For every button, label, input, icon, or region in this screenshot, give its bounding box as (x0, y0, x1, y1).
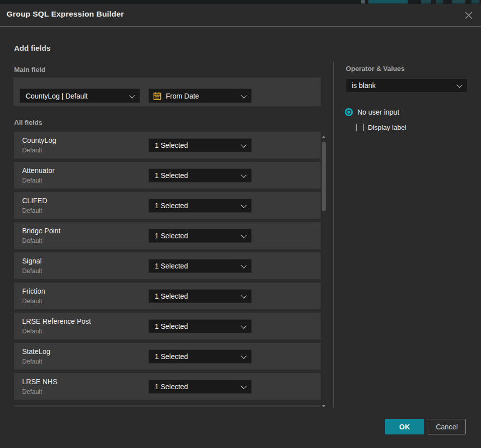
field-name: Bridge Point (22, 227, 60, 235)
radio-selected-icon[interactable] (345, 108, 353, 116)
field-name: StateLog (22, 347, 50, 355)
selection-count: 1 Selected (155, 322, 188, 330)
field-subtitle: Default (22, 177, 42, 184)
field-subtitle: Default (22, 358, 42, 365)
field-selection-dropdown[interactable]: 1 Selected (148, 229, 252, 243)
panel-divider (333, 62, 334, 408)
field-selection-dropdown[interactable]: 1 Selected (148, 168, 252, 183)
all-fields-list: CountyLog Default 1 Selected Attenuator … (14, 132, 321, 407)
toolbar-fragment (452, 0, 465, 4)
field-row-lrse-reference-post[interactable]: LRSE Reference Post Default 1 Selected (14, 313, 321, 339)
layer-select[interactable]: CountyLog | Default (20, 88, 140, 103)
selection-count: 1 Selected (155, 141, 188, 149)
scrollbar-thumb[interactable] (322, 142, 326, 211)
main-field-select-value: From Date (166, 92, 199, 100)
chevron-down-icon (129, 93, 135, 98)
toolbar-fragment (471, 0, 479, 4)
field-subtitle: Default (22, 388, 42, 395)
chevron-down-icon (241, 262, 246, 268)
field-selection-dropdown[interactable]: 1 Selected (148, 259, 252, 273)
close-icon (465, 12, 472, 19)
chevron-down-icon (241, 202, 246, 208)
close-button[interactable] (461, 8, 475, 22)
field-subtitle: Default (22, 298, 42, 305)
all-fields-label: All fields (14, 119, 42, 126)
field-row-statelog[interactable]: StateLog Default 1 Selected (14, 343, 321, 370)
fields-list-scrollbar[interactable] (321, 132, 327, 408)
toolbar-fragment (361, 0, 365, 4)
toolbar-fragment (421, 0, 431, 4)
layer-select-value: CountyLog | Default (26, 92, 88, 100)
field-name: CountyLog (22, 136, 56, 144)
operator-select-value: is blank (352, 81, 375, 89)
header-divider (0, 26, 481, 27)
selection-count: 1 Selected (155, 262, 188, 270)
toolbar-fragment (368, 0, 408, 4)
selection-count: 1 Selected (155, 202, 188, 210)
field-row-lrse-nhs[interactable]: LRSE NHS Default 1 Selected (14, 373, 321, 400)
field-subtitle: Default (22, 237, 42, 244)
field-row-countylog[interactable]: CountyLog Default 1 Selected (14, 132, 321, 158)
field-subtitle: Default (22, 207, 42, 214)
chevron-down-icon (241, 293, 246, 298)
field-selection-dropdown[interactable]: 1 Selected (148, 319, 252, 333)
field-row-attenuator[interactable]: Attenuator Default 1 Selected (14, 162, 321, 189)
checkbox-unchecked-icon[interactable] (356, 124, 364, 131)
field-selection-dropdown[interactable]: 1 Selected (148, 349, 252, 364)
main-field-panel: CountyLog | Default From Date (14, 77, 321, 106)
chevron-down-icon (241, 353, 246, 359)
chevron-down-icon (241, 232, 246, 238)
chevron-down-icon (241, 172, 246, 177)
toolbar-fragment (436, 0, 443, 4)
main-field-select[interactable]: From Date (148, 88, 252, 103)
field-row-bridge-point[interactable]: Bridge Point Default 1 Selected (14, 222, 321, 249)
background-app-strip (0, 0, 481, 4)
field-name: CLIFED (22, 197, 47, 205)
selection-count: 1 Selected (155, 171, 188, 180)
field-name: Friction (22, 287, 45, 295)
display-label-label: Display label (368, 124, 407, 131)
field-name: Attenuator (22, 166, 55, 174)
field-row-signal[interactable]: Signal Default 1 Selected (14, 252, 321, 279)
field-name: LRSE Reference Post (22, 317, 91, 325)
field-selection-dropdown[interactable]: 1 Selected (148, 289, 252, 303)
add-fields-heading: Add fields (14, 44, 51, 52)
operator-values-heading: Operator & Values (346, 65, 405, 72)
main-field-label: Main field (14, 66, 45, 73)
scroll-down-arrow-icon[interactable] (322, 405, 326, 407)
selection-count: 1 Selected (155, 232, 188, 240)
field-name: LRSE NHS (22, 378, 57, 386)
chevron-down-icon (241, 383, 246, 389)
field-row-friction[interactable]: Friction Default 1 Selected (14, 283, 321, 309)
selection-count: 1 Selected (155, 292, 188, 300)
field-selection-dropdown[interactable]: 1 Selected (148, 199, 252, 213)
chevron-down-icon (241, 93, 246, 98)
field-subtitle: Default (22, 267, 42, 275)
selection-count: 1 Selected (155, 383, 188, 391)
chevron-down-icon (241, 323, 246, 328)
no-user-input-label: No user input (357, 108, 399, 116)
ok-button[interactable]: OK (385, 419, 424, 434)
field-subtitle: Default (22, 147, 42, 154)
cancel-button[interactable]: Cancel (428, 419, 466, 434)
field-selection-dropdown[interactable]: 1 Selected (148, 138, 252, 152)
dialog-title: Group SQL Expression Builder (7, 10, 124, 19)
calendar-icon (153, 92, 162, 101)
radio-dot (347, 111, 350, 114)
field-subtitle: Default (22, 328, 42, 335)
scroll-up-arrow-icon[interactable] (322, 136, 326, 138)
field-row-clifed[interactable]: CLIFED Default 1 Selected (14, 192, 321, 219)
field-selection-dropdown[interactable]: 1 Selected (148, 380, 252, 394)
operator-select[interactable]: is blank (346, 78, 467, 93)
field-name: Signal (22, 257, 42, 265)
group-sql-expression-builder-dialog: Group SQL Expression Builder Add fields … (0, 4, 481, 448)
dialog-header: Group SQL Expression Builder (0, 4, 481, 26)
chevron-down-icon (456, 82, 462, 87)
selection-count: 1 Selected (155, 352, 188, 361)
display-label-checkbox-row[interactable]: Display label (356, 124, 407, 131)
chevron-down-icon (241, 142, 246, 147)
next-row-sliver (14, 405, 321, 407)
no-user-input-radio-row[interactable]: No user input (345, 108, 399, 116)
